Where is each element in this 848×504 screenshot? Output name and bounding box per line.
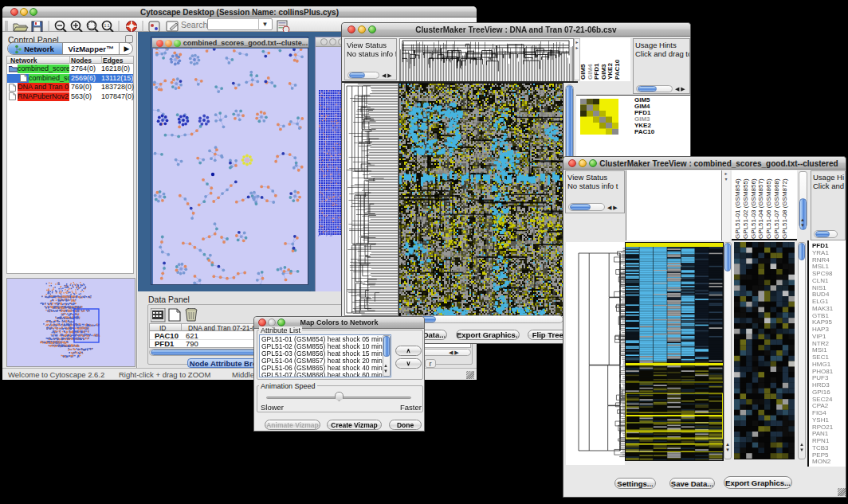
svg-text:GPL51-08 (GSM872): GPL51-08 (GSM872) xyxy=(781,178,788,239)
svg-text:GPL51-06 (GSM865): GPL51-06 (GSM865) xyxy=(765,178,772,239)
svg-text:PAC10: PAC10 xyxy=(614,59,621,80)
svg-text:GPL51-04 (GSM857): GPL51-04 (GSM857) xyxy=(757,178,764,239)
svg-text:GPL51-03 (GSM856): GPL51-03 (GSM856) xyxy=(750,178,757,239)
svg-text:1:1: 1:1 xyxy=(104,23,110,28)
svg-text:GPL51-02 (GSM855): GPL51-02 (GSM855) xyxy=(742,178,749,239)
svg-text:GPL51-07 (GSM868): GPL51-07 (GSM868) xyxy=(773,178,780,239)
svg-text:GPL51-01 (GSM854): GPL51-01 (GSM854) xyxy=(734,178,741,239)
